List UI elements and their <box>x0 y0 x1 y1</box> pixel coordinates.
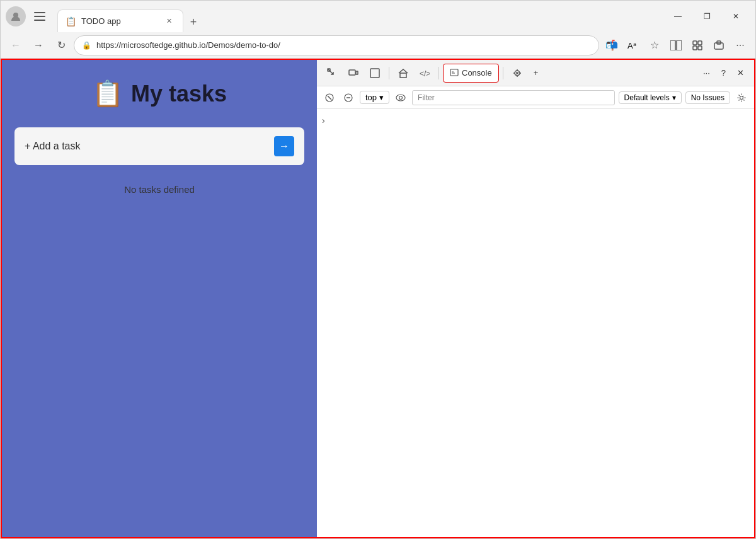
profile-icon[interactable] <box>6 6 26 26</box>
svg-rect-10 <box>698 46 702 50</box>
collections-icon[interactable] <box>687 35 707 55</box>
svg-text:Aᵃ: Aᵃ <box>627 41 636 50</box>
devtools-console-body: › <box>317 109 754 537</box>
frame-selector-label: top <box>365 93 377 102</box>
svg-point-33 <box>396 95 405 101</box>
devtools-console-bar: top ▾ Default levels ▾ No Issues <box>317 86 754 109</box>
back-button[interactable]: ← <box>6 35 26 55</box>
sources-button[interactable]: </> <box>415 64 435 83</box>
console-settings-button[interactable] <box>734 90 749 105</box>
devtools-toolbar: </> Console + ··· ? <box>317 60 754 86</box>
tab-favicon: 📋 <box>66 16 76 26</box>
svg-point-34 <box>399 96 403 99</box>
browser-menu-icon[interactable] <box>30 6 50 26</box>
svg-rect-6 <box>677 40 682 50</box>
console-expand-arrow[interactable]: › <box>322 115 325 125</box>
tab-title: TODO app <box>81 16 158 26</box>
debugger-button[interactable] <box>507 64 527 83</box>
nav-right-icons: 📬 Aᵃ ☆ ··· <box>602 35 750 55</box>
no-tasks-message: No tasks defined <box>124 184 195 195</box>
todo-app: 📋 My tasks + Add a task → No tasks defin… <box>2 60 317 537</box>
device-emulation-button[interactable] <box>343 64 364 83</box>
log-levels-label: Default levels <box>624 93 670 102</box>
console-tab-label: Console <box>462 68 492 78</box>
console-filter-input[interactable] <box>412 90 615 105</box>
svg-rect-17 <box>400 73 406 78</box>
svg-rect-1 <box>34 12 45 13</box>
address-bar[interactable]: 🔒 https://microsoftedge.github.io/Demos/… <box>74 35 599 55</box>
svg-rect-19 <box>450 69 458 76</box>
svg-rect-15 <box>356 71 358 74</box>
tab-close-button[interactable]: ✕ <box>163 15 175 28</box>
frame-selector[interactable]: top ▾ <box>360 91 389 104</box>
url-text: https://microsoftedge.github.io/Demos/de… <box>96 40 591 50</box>
window-controls-right: — ❐ ✕ <box>663 6 750 26</box>
more-tools-button[interactable]: ··· <box>698 64 715 83</box>
close-button[interactable]: ✕ <box>721 6 750 26</box>
bookmark-icon[interactable]: ☆ <box>644 35 665 55</box>
help-button[interactable]: ? <box>716 64 731 83</box>
forward-button[interactable]: → <box>28 35 49 55</box>
more-options-icon[interactable]: ··· <box>730 35 750 55</box>
toolbar-separator-2 <box>438 67 439 79</box>
svg-rect-16 <box>370 69 379 78</box>
svg-rect-7 <box>693 41 697 45</box>
watch-button[interactable] <box>393 90 408 105</box>
toolbar-separator-1 <box>389 67 389 79</box>
frame-selector-arrow: ▾ <box>379 93 384 102</box>
tab-bar: 📋 TODO app ✕ + <box>57 1 661 32</box>
new-tab-button[interactable]: + <box>183 12 203 32</box>
home-button[interactable] <box>393 64 413 83</box>
inspect-element-button[interactable] <box>322 64 342 83</box>
add-task-container[interactable]: + Add a task → <box>14 127 304 165</box>
svg-rect-2 <box>34 16 45 17</box>
no-issues-badge[interactable]: No Issues <box>685 91 730 104</box>
log-levels-selector[interactable]: Default levels ▾ <box>619 91 682 104</box>
log-levels-arrow: ▾ <box>672 93 676 102</box>
favorites-icon[interactable]: 📬 <box>602 35 622 55</box>
svg-rect-8 <box>698 41 702 45</box>
add-task-label: + Add a task <box>25 141 81 152</box>
close-devtools-button[interactable]: ✕ <box>732 64 749 83</box>
add-tool-button[interactable]: + <box>529 64 544 83</box>
content-area: 📋 My tasks + Add a task → No tasks defin… <box>1 59 755 538</box>
extensions-icon[interactable] <box>709 35 729 55</box>
maximize-button[interactable]: ❐ <box>692 6 721 26</box>
app-header: 📋 My tasks <box>79 60 239 121</box>
minimize-button[interactable]: — <box>663 6 692 26</box>
clear-console-button[interactable] <box>322 90 337 105</box>
title-bar: 📋 TODO app ✕ + — ❐ ✕ <box>1 1 755 32</box>
svg-rect-14 <box>349 70 355 75</box>
active-tab[interactable]: 📋 TODO app ✕ <box>57 9 183 32</box>
elements-button[interactable] <box>365 64 385 83</box>
svg-rect-9 <box>693 46 697 50</box>
add-task-button[interactable]: → <box>274 136 294 156</box>
read-aloud-icon[interactable]: Aᵃ <box>623 35 643 55</box>
svg-rect-5 <box>670 40 675 50</box>
app-title: My tasks <box>131 81 227 107</box>
app-header-icon: 📋 <box>92 79 123 108</box>
console-tab-button[interactable]: Console <box>443 64 499 83</box>
window-controls-left <box>6 6 50 26</box>
refresh-button[interactable]: ↻ <box>51 35 71 55</box>
svg-text:</>: </> <box>420 69 430 78</box>
toolbar-separator-3 <box>503 67 503 79</box>
lock-icon: 🔒 <box>82 41 91 50</box>
svg-rect-3 <box>34 20 45 21</box>
svg-line-30 <box>328 96 331 100</box>
filter-toggle-button[interactable] <box>341 90 356 105</box>
split-screen-icon[interactable] <box>666 35 686 55</box>
devtools-panel: </> Console + ··· ? <box>317 60 754 537</box>
browser-window: 📋 TODO app ✕ + — ❐ ✕ ← → ↻ 🔒 https://mic… <box>0 0 756 539</box>
navigation-bar: ← → ↻ 🔒 https://microsoftedge.github.io/… <box>1 32 755 59</box>
